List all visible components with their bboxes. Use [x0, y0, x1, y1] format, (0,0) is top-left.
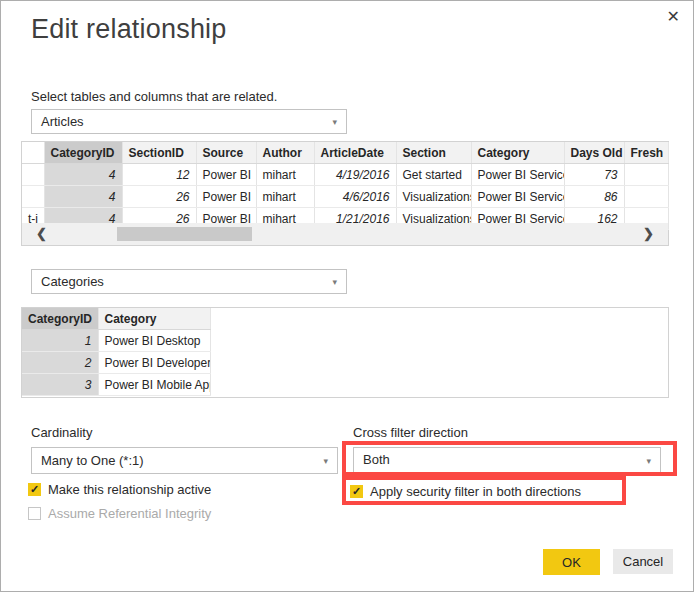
security-filter-checkbox[interactable]: ✓ [350, 485, 363, 498]
security-filter-option: ✓Apply security filter in both direction… [350, 482, 581, 497]
make-active-checkbox[interactable]: ✓ [28, 483, 41, 496]
dialog-subtitle: Select tables and columns that are relat… [31, 89, 277, 104]
cross-filter-direction-label: Cross filter direction [353, 425, 468, 440]
page-title: Edit relationship [31, 14, 227, 45]
cell-selected[interactable]: 2 [22, 352, 98, 374]
column-header-daysold[interactable]: Days Old [564, 142, 624, 164]
table-row: 2 Power BI Developer [22, 352, 210, 374]
cell[interactable]: 12 [122, 164, 196, 186]
column-header-blank [22, 142, 44, 164]
to-table-select-value: Categories [41, 274, 104, 289]
security-filter-label[interactable]: Apply security filter in both directions [370, 484, 581, 499]
cell[interactable]: 86 [564, 186, 624, 208]
cell[interactable]: Power BI Service [471, 164, 564, 186]
referential-integrity-label: Assume Referential Integrity [48, 506, 211, 521]
referential-integrity-checkbox[interactable] [28, 507, 41, 520]
close-icon[interactable]: ✕ [667, 9, 680, 25]
scrollbar-thumb[interactable] [117, 227, 252, 241]
column-header-category[interactable]: Category [471, 142, 564, 164]
column-header-source[interactable]: Source [196, 142, 256, 164]
referential-integrity-option: Assume Referential Integrity [28, 504, 211, 519]
chevron-down-icon: ▾ [332, 271, 337, 294]
cell[interactable]: Power BI Desktop [98, 330, 210, 352]
cell[interactable]: Power BI [196, 186, 256, 208]
cell-selected[interactable]: 4 [44, 164, 122, 186]
cell[interactable]: Power BI Mobile Apps [98, 374, 210, 396]
column-header-category[interactable]: Category [98, 308, 210, 330]
cell[interactable]: Power BI Service [471, 186, 564, 208]
articles-table: CategoryID SectionID Source Author Artic… [21, 141, 669, 246]
cardinality-select[interactable]: Many to One (*:1) ▾ [31, 447, 338, 474]
chevron-down-icon: ▾ [646, 449, 651, 473]
cell[interactable] [22, 186, 44, 208]
chevron-down-icon: ▾ [332, 111, 337, 134]
cell[interactable] [624, 164, 668, 186]
table-row: 4 26 Power BI mihart 4/6/2016 Visualizat… [22, 186, 668, 208]
ok-button[interactable]: OK [543, 549, 600, 575]
cell[interactable]: 26 [122, 186, 196, 208]
make-active-label[interactable]: Make this relationship active [48, 482, 211, 497]
cardinality-label: Cardinality [31, 425, 92, 440]
scroll-left-icon[interactable]: ❮ [36, 226, 47, 241]
categories-table: CategoryID Category 1 Power BI Desktop 2… [21, 307, 669, 398]
cell[interactable]: Power BI Developer [98, 352, 210, 374]
column-header-categoryid[interactable]: CategoryID [44, 142, 122, 164]
cell[interactable] [22, 164, 44, 186]
from-table-select-value: Articles [41, 114, 84, 129]
cell-selected[interactable]: 1 [22, 330, 98, 352]
scroll-right-icon[interactable]: ❯ [643, 226, 654, 241]
cancel-button[interactable]: Cancel [613, 549, 673, 574]
to-table-select[interactable]: Categories ▾ [31, 269, 347, 294]
cell[interactable]: Visualizations [396, 186, 471, 208]
cell[interactable]: mihart [256, 164, 314, 186]
column-header-author[interactable]: Author [256, 142, 314, 164]
cell[interactable] [624, 186, 668, 208]
chevron-down-icon: ▾ [323, 449, 328, 474]
cell-selected[interactable]: 4 [44, 186, 122, 208]
table-row: 4 12 Power BI mihart 4/19/2016 Get start… [22, 164, 668, 186]
column-header-section[interactable]: Section [396, 142, 471, 164]
table-row: 3 Power BI Mobile Apps [22, 374, 210, 396]
cell[interactable]: 4/19/2016 [314, 164, 396, 186]
categories-header-row: CategoryID Category [22, 308, 210, 330]
cross-filter-direction-select[interactable]: Both ▾ [353, 447, 661, 473]
column-header-articledate[interactable]: ArticleDate [314, 142, 396, 164]
from-table-select[interactable]: Articles ▾ [31, 109, 347, 134]
horizontal-scrollbar[interactable]: ❮ ❯ [22, 223, 668, 245]
cross-filter-direction-value: Both [363, 452, 390, 467]
column-header-fresh[interactable]: Fresh [624, 142, 668, 164]
cell[interactable]: 4/6/2016 [314, 186, 396, 208]
column-header-categoryid[interactable]: CategoryID [22, 308, 98, 330]
column-header-sectionid[interactable]: SectionID [122, 142, 196, 164]
cell-selected[interactable]: 3 [22, 374, 98, 396]
make-active-option: ✓Make this relationship active [28, 480, 211, 495]
edit-relationship-dialog: Edit relationship ✕ Select tables and co… [0, 0, 694, 592]
cell[interactable]: Power BI [196, 164, 256, 186]
cell[interactable]: Get started [396, 164, 471, 186]
cardinality-select-value: Many to One (*:1) [41, 453, 144, 468]
articles-header-row: CategoryID SectionID Source Author Artic… [22, 142, 668, 164]
cell[interactable]: 73 [564, 164, 624, 186]
cell[interactable]: mihart [256, 186, 314, 208]
table-row: 1 Power BI Desktop [22, 330, 210, 352]
